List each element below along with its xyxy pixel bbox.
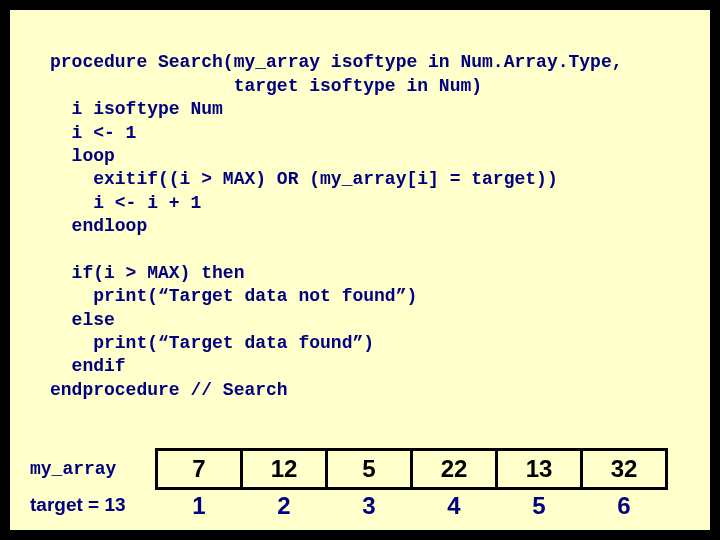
- target-label: target = 13: [30, 494, 155, 516]
- code-line: if(i > MAX) then: [50, 263, 244, 283]
- code-line: print(“Target data found”): [50, 333, 374, 353]
- array-cell: 13: [495, 448, 583, 490]
- code-line: loop: [50, 146, 115, 166]
- array-cell: 7: [155, 448, 243, 490]
- array-cell: 12: [240, 448, 328, 490]
- code-line: i <- i + 1: [50, 193, 201, 213]
- array-cell: 32: [580, 448, 668, 490]
- array-illustration: my_array 7 12 5 22 13 32 target = 13 1 2…: [30, 448, 690, 520]
- code-line: endif: [50, 356, 126, 376]
- slide-body: procedure Search(my_array isoftype in Nu…: [10, 10, 710, 530]
- array-index: 2: [240, 492, 328, 520]
- code-line: procedure Search(my_array isoftype in Nu…: [50, 52, 623, 72]
- array-indices: 1 2 3 4 5 6: [155, 492, 668, 520]
- array-cells: 7 12 5 22 13 32: [155, 448, 668, 490]
- code-line: exitif((i > MAX) OR (my_array[i] = targe…: [50, 169, 558, 189]
- array-index: 6: [580, 492, 668, 520]
- array-cell: 5: [325, 448, 413, 490]
- slide-frame: procedure Search(my_array isoftype in Nu…: [0, 0, 720, 540]
- pseudocode-block: procedure Search(my_array isoftype in Nu…: [50, 28, 690, 402]
- array-index: 5: [495, 492, 583, 520]
- code-line: endloop: [50, 216, 147, 236]
- array-index: 3: [325, 492, 413, 520]
- code-line: print(“Target data not found”): [50, 286, 417, 306]
- code-line: target isoftype in Num): [50, 76, 482, 96]
- code-line: endprocedure // Search: [50, 380, 288, 400]
- array-label: my_array: [30, 459, 155, 479]
- array-row: my_array 7 12 5 22 13 32: [30, 448, 690, 490]
- array-cell: 22: [410, 448, 498, 490]
- array-index: 1: [155, 492, 243, 520]
- code-line: else: [50, 310, 115, 330]
- index-row: target = 13 1 2 3 4 5 6: [30, 490, 690, 520]
- array-index: 4: [410, 492, 498, 520]
- code-line: i <- 1: [50, 123, 136, 143]
- code-line: i isoftype Num: [50, 99, 223, 119]
